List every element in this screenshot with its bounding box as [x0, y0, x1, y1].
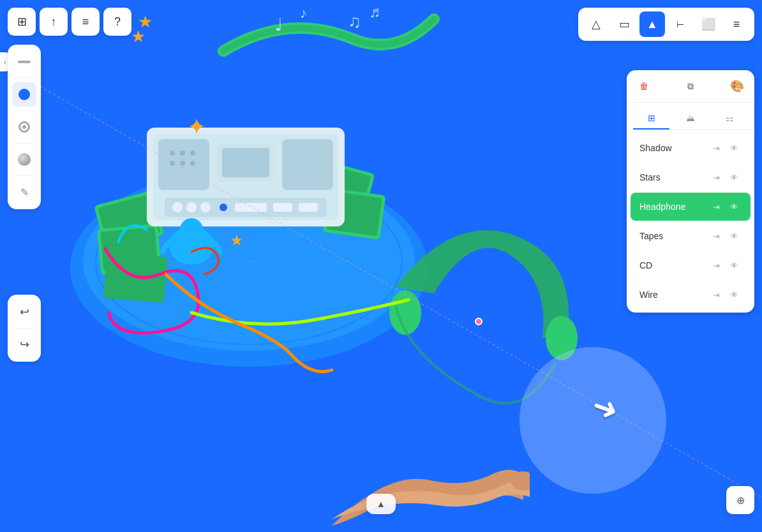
layer-actions-wire: ⇥ 👁: [708, 287, 742, 302]
tab-layers[interactable]: ⊞: [633, 108, 669, 129]
top-toolbar: ⊞ ↑ ≡ ? ★: [8, 8, 153, 36]
layer-item-wire[interactable]: Wire ⇥ 👁: [631, 281, 751, 309]
enter-icon-4: ⇥: [713, 232, 720, 241]
color-picker-icon: 🎨: [730, 79, 744, 93]
layer-name-tapes: Tapes: [639, 231, 663, 241]
enter-icon-5: ⇥: [713, 261, 720, 270]
layer-item-shadow[interactable]: Shadow ⇥ 👁: [631, 134, 751, 162]
layers-tab-icon: ⊞: [648, 113, 655, 123]
chevron-left-icon: ‹: [4, 59, 6, 66]
layer-list: Shadow ⇥ 👁 Stars ⇥ 👁 Hea: [627, 130, 754, 313]
bottom-badge[interactable]: ▲: [366, 494, 396, 514]
layer-visibility-wire[interactable]: 👁: [726, 287, 742, 302]
rect-icon: ▭: [619, 17, 630, 31]
eye-icon-2: 👁: [730, 173, 738, 182]
circle-icon: [19, 89, 30, 100]
panel-divider-3: [15, 143, 34, 144]
window-tool-button[interactable]: ⬜: [696, 11, 721, 37]
bottom-right-icon: ⊕: [736, 494, 745, 506]
panel-tabs: ⊞ ⛰ ⚏: [627, 103, 754, 130]
tab-settings[interactable]: ⛰: [672, 108, 708, 129]
layer-visibility-tapes[interactable]: 👁: [726, 228, 742, 244]
layers-panel: 🗑 ⧉ 🎨 ⊞ ⛰ ⚏ Shadow ⇥ 👁: [627, 70, 754, 313]
circle-tool-button[interactable]: [12, 82, 36, 107]
layer-visibility-shadow[interactable]: 👁: [726, 140, 742, 156]
layer-name-wire: Wire: [639, 290, 658, 300]
select-tool-button[interactable]: [12, 50, 36, 74]
layer-enter-tapes[interactable]: ⇥: [708, 228, 724, 244]
layer-item-cd[interactable]: CD ⇥ 👁: [631, 251, 751, 279]
redo-icon: ↪: [20, 337, 29, 351]
guide-dot: [475, 318, 482, 325]
upload-icon: ↑: [51, 15, 57, 29]
sphere-icon: [18, 153, 31, 166]
delete-layer-button[interactable]: 🗑: [634, 77, 654, 96]
undo-icon: ↩: [20, 305, 29, 319]
layer-enter-shadow[interactable]: ⇥: [708, 140, 724, 156]
left-bottom-panel: ↩ ↪: [8, 295, 41, 362]
menu-icon: ≡: [82, 15, 89, 29]
grid-icon: ⊞: [17, 15, 27, 29]
color-picker-button[interactable]: 🎨: [728, 77, 747, 96]
eye-icon: 👁: [730, 144, 738, 153]
enter-icon-6: ⇥: [713, 290, 720, 300]
layer-visibility-headphone[interactable]: 👁: [726, 199, 742, 214]
delete-icon: 🗑: [639, 81, 648, 91]
panel-divider-5: [15, 328, 34, 329]
layer-item-headphone[interactable]: Headphone ⇥ 👁: [631, 193, 751, 221]
copy-icon: ⧉: [687, 81, 694, 92]
radio-tool-button[interactable]: [12, 115, 36, 139]
more-tools-button[interactable]: ≡: [724, 11, 749, 37]
right-toolbar: △ ▭ ▲ ⊢ ⬜ ≡: [578, 8, 754, 41]
layer-enter-cd[interactable]: ⇥: [708, 258, 724, 273]
layer-item-tapes[interactable]: Tapes ⇥ 👁: [631, 222, 751, 250]
rect-tool-button[interactable]: ▭: [611, 11, 637, 37]
fill-icon: ▲: [646, 18, 658, 31]
more-tools-icon: ≡: [733, 18, 740, 31]
layer-actions-stars: ⇥ 👁: [708, 170, 742, 185]
fill-tool-button[interactable]: ▲: [639, 11, 665, 37]
enter-icon: ⇥: [713, 144, 720, 153]
enter-icon-2: ⇥: [713, 173, 720, 182]
help-icon: ?: [114, 15, 121, 29]
left-tools-panel: ✎: [8, 45, 41, 209]
window-icon: ⬜: [701, 17, 715, 31]
eye-icon-4: 👁: [730, 232, 738, 241]
touch-arrow-icon: ➜: [588, 387, 624, 429]
panel-header: 🗑 ⧉ 🎨: [627, 70, 754, 103]
split-tool-button[interactable]: ⊢: [668, 11, 693, 37]
panel-divider-4: [15, 175, 34, 176]
layer-item-stars[interactable]: Stars ⇥ 👁: [631, 163, 751, 191]
select-icon: [18, 61, 31, 63]
undo-button[interactable]: ↩: [12, 300, 36, 324]
layer-enter-stars[interactable]: ⇥: [708, 170, 724, 185]
bottom-right-button[interactable]: ⊕: [726, 486, 754, 514]
upload-button[interactable]: ↑: [40, 8, 68, 36]
tab-group[interactable]: ⚏: [712, 108, 748, 129]
dropper-icon: ✎: [20, 186, 29, 198]
settings-tab-icon: ⛰: [686, 113, 695, 123]
sphere-tool-button[interactable]: [12, 147, 36, 172]
panel-divider-1: [15, 78, 34, 78]
eye-icon-6: 👁: [730, 290, 738, 300]
redo-button[interactable]: ↪: [12, 332, 36, 357]
triangle-tool-button[interactable]: △: [583, 11, 609, 37]
copy-layer-button[interactable]: ⧉: [681, 77, 700, 96]
layer-visibility-stars[interactable]: 👁: [726, 170, 742, 185]
layer-enter-wire[interactable]: ⇥: [708, 287, 724, 302]
layer-actions-cd: ⇥ 👁: [708, 258, 742, 273]
layer-actions-tapes: ⇥ 👁: [708, 228, 742, 244]
layer-enter-headphone[interactable]: ⇥: [708, 199, 724, 214]
split-icon: ⊢: [676, 19, 684, 29]
radio-icon: [19, 121, 30, 133]
menu-button[interactable]: ≡: [71, 8, 100, 36]
badge-icon: ▲: [377, 499, 385, 509]
layer-name-stars: Stars: [639, 172, 661, 182]
layer-visibility-cd[interactable]: 👁: [726, 258, 742, 273]
group-tab-icon: ⚏: [726, 113, 734, 123]
help-button[interactable]: ?: [103, 8, 131, 36]
layer-actions-headphone: ⇥ 👁: [708, 199, 742, 214]
dropper-tool-button[interactable]: ✎: [12, 180, 36, 204]
grid-view-button[interactable]: ⊞: [8, 8, 36, 36]
layer-actions-shadow: ⇥ 👁: [708, 140, 742, 156]
